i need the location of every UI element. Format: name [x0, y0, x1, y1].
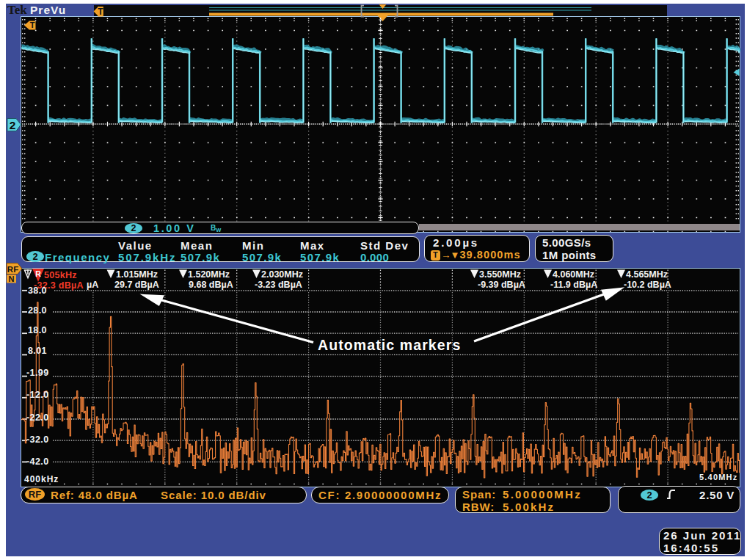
svg-text:2: 2	[10, 119, 16, 131]
svg-text:R: R	[35, 269, 41, 278]
svg-text:T: T	[98, 7, 103, 17]
svg-text:N: N	[9, 274, 15, 283]
svg-text:RF: RF	[7, 265, 18, 274]
svg-text:T: T	[30, 21, 35, 29]
